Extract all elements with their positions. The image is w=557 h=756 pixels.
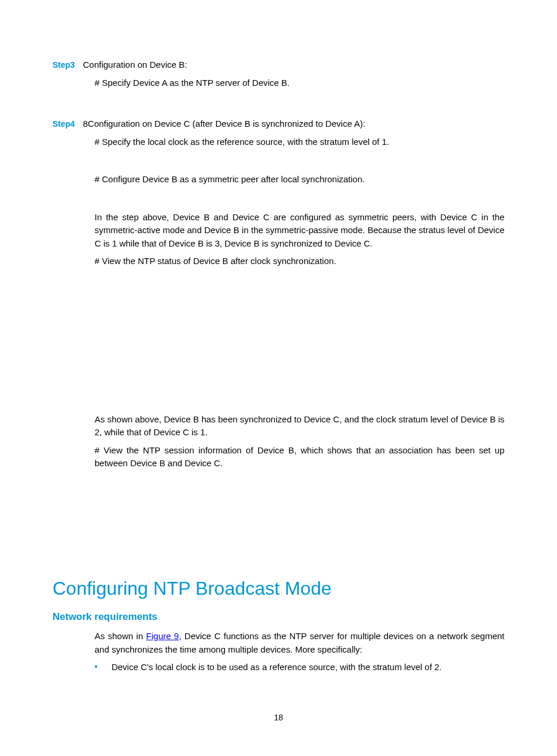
- step4-text2: # Configure Device B as a symmetric peer…: [95, 173, 504, 186]
- spacer: [53, 498, 504, 563]
- step4-text3: In the step above, Device B and Device C…: [95, 211, 504, 251]
- section-subheading: Network requirements: [53, 609, 504, 625]
- bullet-item-1: • Device C's local clock is to be used a…: [95, 661, 504, 674]
- page-content: Step3 Configuration on Device B: # Speci…: [0, 0, 557, 674]
- step4-text4: # View the NTP status of Device B after …: [95, 255, 504, 268]
- page-number: 18: [0, 712, 557, 724]
- step3-label: Step3: [53, 59, 83, 71]
- bullet-icon: •: [95, 661, 98, 674]
- bullet-text-1: Device C's local clock is to be used as …: [112, 661, 442, 674]
- spacer: [53, 273, 504, 413]
- section-intro: As shown in Figure 9, Device C functions…: [95, 630, 504, 656]
- step3-header: Step3 Configuration on Device B:: [53, 58, 504, 72]
- step3-block: Step3 Configuration on Device B: # Speci…: [53, 58, 504, 89]
- intro-prefix: As shown in: [95, 631, 146, 641]
- step4-header: Step4 8Configuration on Device C (after …: [53, 117, 504, 131]
- section-heading: Configuring NTP Broadcast Mode: [53, 574, 504, 602]
- step4-title: 8Configuration on Device C (after Device…: [83, 117, 365, 131]
- step4-text1: # Specify the local clock as the referen…: [95, 136, 504, 149]
- step4-label: Step4: [53, 118, 83, 130]
- step3-title: Configuration on Device B:: [83, 58, 187, 72]
- step4-block: Step4 8Configuration on Device C (after …: [53, 117, 504, 470]
- step4-text6: # View the NTP session information of De…: [95, 444, 504, 470]
- step3-text1: # Specify Device A as the NTP server of …: [95, 77, 504, 90]
- step4-text5: As shown above, Device B has been synchr…: [95, 413, 504, 439]
- figure-9-link[interactable]: Figure 9: [146, 631, 179, 641]
